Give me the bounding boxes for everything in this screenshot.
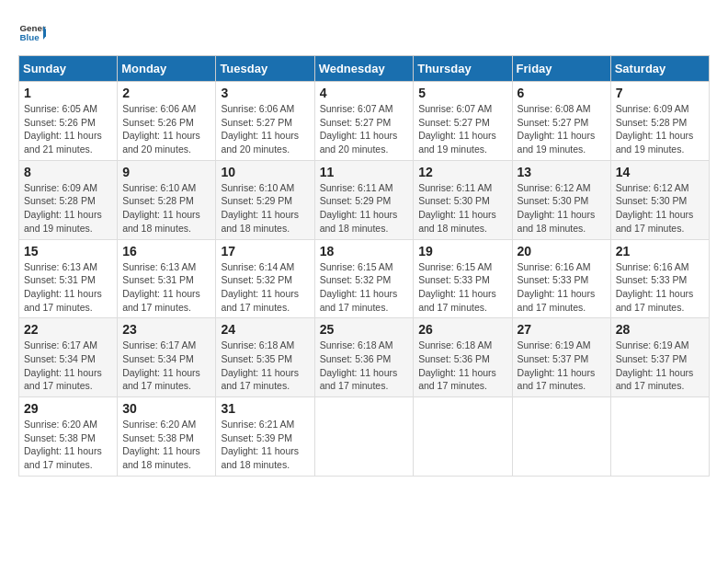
calendar-cell: 19Sunrise: 6:15 AMSunset: 5:33 PMDayligh… (414, 239, 512, 318)
day-number: 8 (24, 165, 112, 179)
day-header-monday: Monday (118, 56, 216, 82)
day-number: 15 (24, 244, 112, 259)
day-detail: Sunrise: 6:11 AMSunset: 5:29 PMDaylight:… (320, 181, 409, 236)
day-number: 4 (320, 86, 409, 100)
day-number: 24 (221, 322, 309, 337)
calendar-cell: 5Sunrise: 6:07 AMSunset: 5:27 PMDaylight… (414, 82, 512, 161)
day-number: 11 (320, 165, 409, 179)
day-detail: Sunrise: 6:12 AMSunset: 5:30 PMDaylight:… (616, 181, 704, 236)
day-detail: Sunrise: 6:19 AMSunset: 5:37 PMDaylight:… (518, 339, 606, 393)
day-number: 31 (221, 401, 309, 416)
calendar-cell: 21Sunrise: 6:16 AMSunset: 5:33 PMDayligh… (610, 239, 709, 318)
day-number: 7 (616, 86, 704, 100)
day-detail: Sunrise: 6:14 AMSunset: 5:32 PMDaylight:… (221, 260, 309, 315)
calendar-cell: 12Sunrise: 6:11 AMSunset: 5:30 PMDayligh… (414, 160, 512, 239)
calendar-cell: 10Sunrise: 6:10 AMSunset: 5:29 PMDayligh… (216, 160, 314, 239)
svg-text:Blue: Blue (20, 32, 40, 42)
calendar-cell (610, 397, 709, 477)
day-detail: Sunrise: 6:06 AMSunset: 5:26 PMDaylight:… (122, 102, 210, 156)
calendar-cell: 18Sunrise: 6:15 AMSunset: 5:32 PMDayligh… (314, 239, 414, 318)
day-detail: Sunrise: 6:07 AMSunset: 5:27 PMDaylight:… (320, 102, 409, 156)
day-detail: Sunrise: 6:16 AMSunset: 5:33 PMDaylight:… (518, 260, 606, 315)
day-number: 14 (616, 165, 704, 179)
day-header-saturday: Saturday (610, 56, 709, 82)
day-detail: Sunrise: 6:17 AMSunset: 5:34 PMDaylight:… (122, 339, 210, 393)
day-number: 29 (24, 401, 112, 416)
day-number: 27 (518, 322, 606, 337)
logo-icon: General Blue (18, 18, 46, 46)
calendar-table: SundayMondayTuesdayWednesdayThursdayFrid… (18, 55, 710, 477)
day-header-thursday: Thursday (414, 56, 512, 82)
calendar-cell: 7Sunrise: 6:09 AMSunset: 5:28 PMDaylight… (610, 82, 709, 161)
day-detail: Sunrise: 6:19 AMSunset: 5:37 PMDaylight:… (616, 339, 704, 393)
calendar-cell: 23Sunrise: 6:17 AMSunset: 5:34 PMDayligh… (118, 318, 216, 397)
calendar-cell (414, 397, 512, 477)
calendar-week-2: 8Sunrise: 6:09 AMSunset: 5:28 PMDaylight… (19, 160, 710, 239)
day-detail: Sunrise: 6:10 AMSunset: 5:29 PMDaylight:… (221, 181, 309, 236)
calendar-cell: 9Sunrise: 6:10 AMSunset: 5:28 PMDaylight… (118, 160, 216, 239)
calendar-cell: 29Sunrise: 6:20 AMSunset: 5:38 PMDayligh… (19, 397, 118, 477)
calendar-cell: 25Sunrise: 6:18 AMSunset: 5:36 PMDayligh… (314, 318, 414, 397)
calendar-cell: 26Sunrise: 6:18 AMSunset: 5:36 PMDayligh… (414, 318, 512, 397)
day-number: 12 (418, 165, 506, 179)
day-number: 9 (122, 165, 210, 179)
calendar-cell: 24Sunrise: 6:18 AMSunset: 5:35 PMDayligh… (216, 318, 314, 397)
day-detail: Sunrise: 6:12 AMSunset: 5:30 PMDaylight:… (518, 181, 606, 236)
calendar-cell: 1Sunrise: 6:05 AMSunset: 5:26 PMDaylight… (19, 82, 118, 161)
calendar-cell: 17Sunrise: 6:14 AMSunset: 5:32 PMDayligh… (216, 239, 314, 318)
calendar-cell (314, 397, 414, 477)
day-detail: Sunrise: 6:18 AMSunset: 5:36 PMDaylight:… (320, 339, 409, 393)
calendar-cell: 13Sunrise: 6:12 AMSunset: 5:30 PMDayligh… (512, 160, 610, 239)
day-detail: Sunrise: 6:15 AMSunset: 5:32 PMDaylight:… (320, 260, 409, 315)
day-number: 21 (616, 244, 704, 259)
day-detail: Sunrise: 6:07 AMSunset: 5:27 PMDaylight:… (418, 102, 506, 156)
day-number: 22 (24, 322, 112, 337)
day-detail: Sunrise: 6:09 AMSunset: 5:28 PMDaylight:… (616, 102, 704, 156)
day-detail: Sunrise: 6:16 AMSunset: 5:33 PMDaylight:… (616, 260, 704, 315)
day-header-wednesday: Wednesday (314, 56, 414, 82)
calendar-cell: 6Sunrise: 6:08 AMSunset: 5:27 PMDaylight… (512, 82, 610, 161)
day-detail: Sunrise: 6:13 AMSunset: 5:31 PMDaylight:… (24, 260, 112, 315)
day-detail: Sunrise: 6:20 AMSunset: 5:38 PMDaylight:… (24, 418, 112, 472)
logo: General Blue (18, 18, 46, 46)
calendar-cell: 22Sunrise: 6:17 AMSunset: 5:34 PMDayligh… (19, 318, 118, 397)
day-detail: Sunrise: 6:20 AMSunset: 5:38 PMDaylight:… (122, 418, 210, 472)
calendar-cell: 16Sunrise: 6:13 AMSunset: 5:31 PMDayligh… (118, 239, 216, 318)
day-number: 10 (221, 165, 309, 179)
day-detail: Sunrise: 6:06 AMSunset: 5:27 PMDaylight:… (221, 102, 309, 156)
calendar-cell: 3Sunrise: 6:06 AMSunset: 5:27 PMDaylight… (216, 82, 314, 161)
calendar-week-5: 29Sunrise: 6:20 AMSunset: 5:38 PMDayligh… (19, 397, 710, 477)
day-number: 25 (320, 322, 409, 337)
calendar-cell: 20Sunrise: 6:16 AMSunset: 5:33 PMDayligh… (512, 239, 610, 318)
day-number: 19 (418, 244, 506, 259)
day-detail: Sunrise: 6:09 AMSunset: 5:28 PMDaylight:… (24, 181, 112, 236)
day-detail: Sunrise: 6:17 AMSunset: 5:34 PMDaylight:… (24, 339, 112, 393)
day-number: 18 (320, 244, 409, 259)
calendar-header-row: SundayMondayTuesdayWednesdayThursdayFrid… (19, 56, 710, 82)
calendar-cell: 15Sunrise: 6:13 AMSunset: 5:31 PMDayligh… (19, 239, 118, 318)
calendar-cell: 4Sunrise: 6:07 AMSunset: 5:27 PMDaylight… (314, 82, 414, 161)
day-number: 2 (122, 86, 210, 100)
calendar-cell: 14Sunrise: 6:12 AMSunset: 5:30 PMDayligh… (610, 160, 709, 239)
calendar-cell (512, 397, 610, 477)
calendar-cell: 27Sunrise: 6:19 AMSunset: 5:37 PMDayligh… (512, 318, 610, 397)
day-number: 13 (518, 165, 606, 179)
day-number: 17 (221, 244, 309, 259)
day-number: 20 (518, 244, 606, 259)
calendar-cell: 2Sunrise: 6:06 AMSunset: 5:26 PMDaylight… (118, 82, 216, 161)
day-number: 28 (616, 322, 704, 337)
day-number: 23 (122, 322, 210, 337)
day-detail: Sunrise: 6:05 AMSunset: 5:26 PMDaylight:… (24, 102, 112, 156)
day-number: 30 (122, 401, 210, 416)
day-header-sunday: Sunday (19, 56, 118, 82)
calendar-week-1: 1Sunrise: 6:05 AMSunset: 5:26 PMDaylight… (19, 82, 710, 161)
day-detail: Sunrise: 6:11 AMSunset: 5:30 PMDaylight:… (418, 181, 506, 236)
day-detail: Sunrise: 6:08 AMSunset: 5:27 PMDaylight:… (518, 102, 606, 156)
page-header: General Blue (18, 18, 710, 46)
day-header-tuesday: Tuesday (216, 56, 314, 82)
calendar-cell: 8Sunrise: 6:09 AMSunset: 5:28 PMDaylight… (19, 160, 118, 239)
calendar-cell: 11Sunrise: 6:11 AMSunset: 5:29 PMDayligh… (314, 160, 414, 239)
day-detail: Sunrise: 6:18 AMSunset: 5:35 PMDaylight:… (221, 339, 309, 393)
calendar-week-3: 15Sunrise: 6:13 AMSunset: 5:31 PMDayligh… (19, 239, 710, 318)
calendar-cell: 30Sunrise: 6:20 AMSunset: 5:38 PMDayligh… (118, 397, 216, 477)
